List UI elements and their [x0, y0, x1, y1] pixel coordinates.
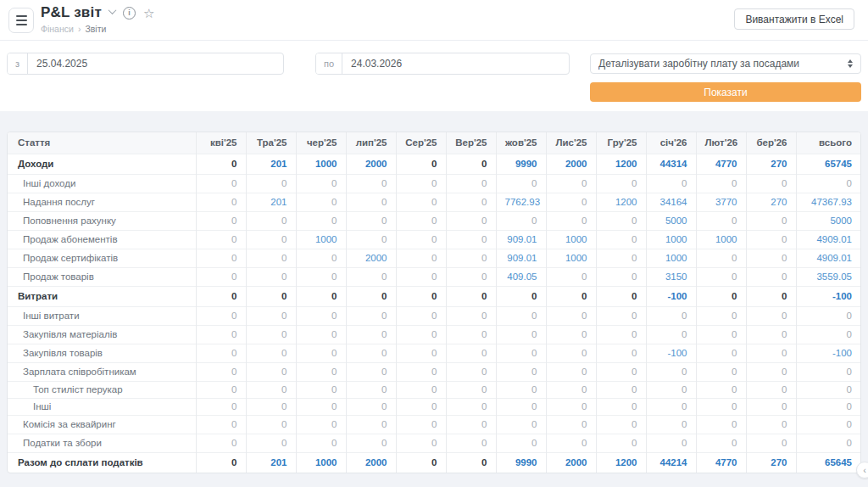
cell-value[interactable]: 1000 [646, 231, 696, 249]
cell-value: 0 [296, 416, 346, 434]
cell-value: 0 [296, 326, 346, 344]
info-icon[interactable]: i [123, 7, 136, 20]
cell-value[interactable]: 3770 [696, 193, 746, 212]
cell-value: 0 [246, 175, 296, 193]
cell-value: 0 [696, 434, 746, 453]
hamburger-icon [16, 15, 27, 17]
cell-value[interactable]: 1200 [596, 453, 646, 473]
cell-value: 0 [646, 175, 696, 193]
date-from-input[interactable] [28, 53, 283, 74]
cell-value: 0 [596, 268, 646, 287]
show-button[interactable]: Показати [590, 82, 861, 102]
select-updown-icon [848, 59, 853, 68]
breadcrumb-reports[interactable]: Звіти [85, 24, 106, 34]
breadcrumb-finance[interactable]: Фінанси [41, 24, 74, 34]
cell-value[interactable]: 65645 [796, 453, 860, 473]
cell-value[interactable]: 44214 [646, 453, 696, 473]
salary-detail-select[interactable]: Деталізувати заробітну плату за посадами [590, 53, 861, 74]
cell-value: 0 [346, 434, 396, 453]
cell-value: 0 [296, 249, 346, 268]
cell-value[interactable]: 34164 [646, 193, 696, 212]
cell-value[interactable]: 4909.01 [796, 249, 860, 268]
cell-value[interactable]: -100 [796, 344, 860, 363]
cell-value: 0 [196, 344, 246, 363]
cell-value[interactable]: 7762.93 [496, 193, 546, 212]
cell-value: 0 [296, 268, 346, 287]
cell-value[interactable]: 1000 [296, 453, 346, 473]
cell-value: 0 [796, 363, 860, 382]
cell-value[interactable]: 4909.01 [796, 231, 860, 249]
cell-value: 0 [646, 434, 696, 453]
column-header: Сер'25 [396, 132, 446, 154]
cell-value[interactable]: 5000 [646, 212, 696, 231]
cell-value[interactable]: 270 [746, 154, 796, 175]
cell-value[interactable]: 9990 [496, 154, 546, 175]
cell-value[interactable]: 3150 [646, 268, 696, 287]
cell-value[interactable]: 44314 [646, 154, 696, 175]
date-to-label: по [316, 53, 342, 74]
cell-value[interactable]: 1000 [296, 154, 346, 175]
column-header: бер'26 [746, 132, 796, 154]
cell-value[interactable]: 1000 [546, 249, 596, 268]
row-label: Продаж товарів [8, 268, 196, 287]
cell-value[interactable]: 4770 [696, 154, 746, 175]
page-title: P&L звіт [41, 4, 102, 21]
cell-value[interactable]: 909.01 [496, 249, 546, 268]
cell-value: 0 [546, 268, 596, 287]
cell-value[interactable]: 201 [246, 453, 296, 473]
cell-value[interactable]: 1200 [596, 154, 646, 175]
cell-value[interactable]: 270 [746, 193, 796, 212]
cell-value[interactable]: 201 [246, 154, 296, 175]
cell-value: 0 [246, 231, 296, 249]
cell-value: 0 [346, 416, 396, 434]
cell-value[interactable]: 1000 [646, 249, 696, 268]
cell-value: 0 [796, 416, 860, 434]
cell-value: 0 [196, 249, 246, 268]
chevron-down-icon[interactable] [108, 6, 117, 14]
cell-value: 0 [396, 453, 446, 473]
table-row: Податки та збори0000000000000 [8, 434, 860, 453]
cell-value[interactable]: 65745 [796, 154, 860, 175]
cell-value[interactable]: 5000 [796, 212, 860, 231]
cell-value[interactable]: 2000 [346, 453, 396, 473]
cell-value: 0 [346, 399, 396, 416]
table-row: Інші0000000000000 [8, 399, 860, 416]
cell-value[interactable]: 2000 [546, 154, 596, 175]
cell-value[interactable]: 1000 [546, 231, 596, 249]
cell-value[interactable]: 2000 [346, 249, 396, 268]
collapse-panel-button[interactable]: ‹ [856, 462, 868, 479]
cell-value: 0 [346, 326, 396, 344]
star-icon[interactable]: ☆ [143, 7, 154, 20]
cell-value: 0 [196, 399, 246, 416]
cell-value[interactable]: 3559.05 [796, 268, 860, 287]
cell-value[interactable]: 1000 [696, 231, 746, 249]
filters-panel: з по Деталізувати заробітну плату за пос… [0, 41, 868, 111]
cell-value[interactable]: -100 [646, 287, 696, 307]
cell-value[interactable]: 2000 [546, 453, 596, 473]
cell-value[interactable]: -100 [646, 344, 696, 363]
cell-value: 0 [746, 434, 796, 453]
cell-value[interactable]: 270 [746, 453, 796, 473]
date-to-input[interactable] [342, 53, 569, 74]
export-excel-button[interactable]: Вивантажити в Excel [734, 8, 854, 30]
cell-value[interactable]: 201 [246, 193, 296, 212]
cell-value[interactable]: 2000 [346, 154, 396, 175]
cell-value[interactable]: 1200 [596, 193, 646, 212]
cell-value: 0 [296, 307, 346, 326]
table-row: Витрати000000000-10000-100 [8, 287, 860, 307]
cell-value[interactable]: -100 [796, 287, 860, 307]
hamburger-menu-button[interactable] [8, 8, 34, 33]
column-header: Вер'25 [446, 132, 496, 154]
table-row: Закупівля матеріалів0000000000000 [8, 326, 860, 344]
cell-value[interactable]: 1000 [296, 231, 346, 249]
cell-value[interactable]: 47367.93 [796, 193, 860, 212]
cell-value: 0 [346, 287, 396, 307]
content-area: Статтякві'25Тра'25чер'25лип'25Сер'25Вер'… [0, 111, 868, 487]
cell-value[interactable]: 409.05 [496, 268, 546, 287]
table-row: Закупівля товарів000000000-10000-100 [8, 344, 860, 363]
cell-value: 0 [696, 399, 746, 416]
cell-value: 0 [646, 382, 696, 399]
cell-value[interactable]: 9990 [496, 453, 546, 473]
cell-value[interactable]: 4770 [696, 453, 746, 473]
cell-value[interactable]: 909.01 [496, 231, 546, 249]
